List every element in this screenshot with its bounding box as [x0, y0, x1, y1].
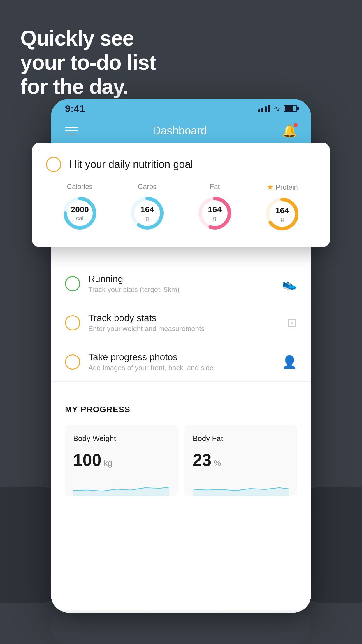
scale-icon: ⊡ — [287, 316, 297, 330]
hero-line3: for the day. — [20, 75, 156, 99]
todo-checkbox-body-stats[interactable] — [65, 315, 80, 330]
nutrition-card: Hit your daily nutrition goal Calories 2… — [32, 143, 330, 247]
protein-donut: 164 g — [263, 195, 301, 233]
hamburger-line — [65, 127, 78, 128]
todo-item-content: Track body stats Enter your weight and m… — [88, 313, 287, 333]
nutrition-calories: Calories 2000 cal — [61, 183, 99, 232]
body-weight-value-row: 100 kg — [73, 450, 169, 470]
notification-bell[interactable]: 🔔 — [282, 124, 297, 138]
body-fat-chart — [193, 479, 289, 496]
todo-title-running: Running — [88, 274, 282, 284]
phone-bottom-overlay — [51, 609, 311, 644]
hero-text: Quickly see your to-do list for the day. — [20, 26, 156, 99]
body-fat-value: 23 — [193, 450, 212, 470]
carbs-center: 164 g — [140, 205, 154, 222]
nutrition-carbs: Carbs 164 g — [128, 183, 166, 232]
todo-list: Running Track your stats (target: 5km) 👟… — [51, 264, 311, 382]
todo-checkbox-photos[interactable] — [65, 354, 80, 370]
status-bar: 9:41 ∿ — [51, 99, 311, 118]
person-icon: 👤 — [282, 355, 297, 369]
wifi-icon: ∿ — [273, 104, 280, 113]
hero-line1: Quickly see — [20, 26, 156, 50]
progress-cards: Body Weight 100 kg Body Fat — [65, 425, 297, 496]
hamburger-menu[interactable] — [65, 127, 78, 134]
todo-sub-body-stats: Enter your weight and measurements — [88, 325, 287, 333]
protein-center: 164 g — [275, 206, 289, 223]
hamburger-line — [65, 134, 78, 134]
todo-item-body-stats[interactable]: Track body stats Enter your weight and m… — [51, 303, 311, 342]
svg-marker-0 — [73, 487, 169, 496]
todo-item-running[interactable]: Running Track your stats (target: 5km) 👟 — [51, 264, 311, 303]
nutrition-circles: Calories 2000 cal Carbs — [46, 183, 316, 233]
body-weight-unit: kg — [104, 459, 113, 468]
battery-icon — [284, 105, 297, 112]
todo-checkbox-running[interactable] — [65, 276, 80, 291]
status-icons: ∿ — [258, 104, 297, 113]
todo-title-body-stats: Track body stats — [88, 313, 287, 323]
body-weight-value: 100 — [73, 450, 101, 470]
fat-donut: 164 g — [196, 194, 234, 232]
progress-section: MY PROGRESS Body Weight 100 kg — [51, 391, 311, 503]
todo-sub-photos: Add images of your front, back, and side — [88, 364, 282, 372]
body-fat-value-row: 23 % — [193, 450, 289, 470]
nutrition-card-header: Hit your daily nutrition goal — [46, 157, 316, 172]
protein-label: ★ Protein — [267, 183, 298, 192]
calories-label: Calories — [67, 183, 93, 191]
todo-sub-running: Track your stats (target: 5km) — [88, 286, 282, 294]
nutrition-fat: Fat 164 g — [196, 183, 234, 232]
nutrition-checkbox[interactable] — [46, 157, 61, 172]
todo-item-photos[interactable]: Take progress photos Add images of your … — [51, 342, 311, 382]
fat-label: Fat — [210, 183, 220, 191]
nutrition-protein: ★ Protein 164 g — [263, 183, 301, 233]
todo-item-content: Take progress photos Add images of your … — [88, 352, 282, 372]
nav-title: Dashboard — [153, 125, 207, 137]
signal-icon — [258, 105, 270, 112]
star-icon: ★ — [267, 183, 273, 192]
calories-donut: 2000 cal — [61, 194, 99, 232]
nav-bar: Dashboard 🔔 — [51, 118, 311, 144]
nutrition-card-title: Hit your daily nutrition goal — [69, 158, 193, 171]
body-weight-title: Body Weight — [73, 434, 169, 443]
body-fat-card[interactable]: Body Fat 23 % — [184, 425, 297, 496]
fat-center: 164 g — [208, 205, 222, 222]
status-time: 9:41 — [65, 103, 85, 114]
todo-title-photos: Take progress photos — [88, 352, 282, 363]
calories-center: 2000 cal — [71, 205, 89, 222]
body-fat-unit: % — [214, 459, 221, 468]
running-icon: 👟 — [282, 276, 297, 291]
body-weight-card[interactable]: Body Weight 100 kg — [65, 425, 178, 496]
body-fat-title: Body Fat — [193, 434, 289, 443]
hamburger-line — [65, 130, 78, 131]
svg-marker-1 — [193, 488, 289, 496]
carbs-label: Carbs — [138, 183, 157, 191]
body-weight-chart — [73, 479, 169, 496]
todo-item-content: Running Track your stats (target: 5km) — [88, 274, 282, 294]
progress-header: MY PROGRESS — [65, 405, 297, 414]
hero-line2: your to-do list — [20, 50, 156, 75]
carbs-donut: 164 g — [128, 194, 166, 232]
notification-dot — [294, 123, 298, 127]
